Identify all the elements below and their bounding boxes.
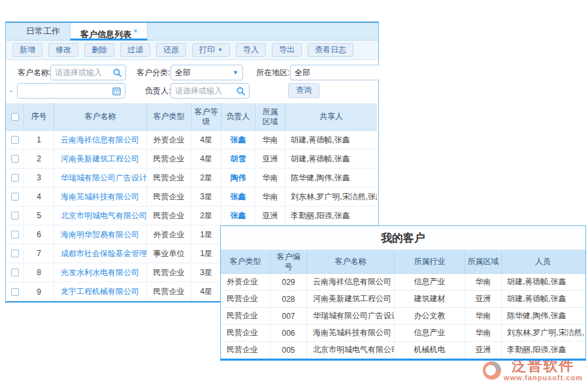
my-customers-panel: 我的客户 客户类型 客户编号 客户名称 所属行业 所属区域 人员 外资企业029…	[220, 225, 586, 361]
panel-industry: 建筑建材	[395, 291, 465, 307]
panel-customer-code-link[interactable]: 029	[270, 274, 307, 290]
row-checkbox[interactable]	[11, 174, 19, 182]
customer-name-link[interactable]: 海南明华贸易有限公司	[54, 225, 147, 244]
region: 华南	[255, 169, 286, 187]
customer-name-link[interactable]: 河南美新建筑工程公司	[54, 150, 147, 168]
edit-button[interactable]: 修改	[48, 43, 78, 57]
row-seq: 1	[24, 131, 54, 149]
toolbar: 新增修改删除过滤还原打印▼导入导出查看日志	[6, 41, 378, 60]
row-checkbox[interactable]	[11, 269, 19, 276]
manager-input[interactable]: 请选择或输入	[171, 83, 250, 99]
panel-header-staff: 人员	[502, 250, 584, 273]
row-seq: 2	[24, 150, 54, 168]
panel-customer-name-link[interactable]: 北京市明城电气有限公司	[307, 342, 395, 358]
customer-grade: 2星	[191, 169, 221, 187]
tab-close-icon[interactable]: ×	[133, 27, 137, 35]
date-input[interactable]	[17, 83, 125, 99]
region-value: 全部	[295, 67, 375, 78]
view-log-button[interactable]: 查看日志	[308, 43, 353, 57]
panel-customer-name-link[interactable]: 华瑞城有限公司广告设计部	[307, 308, 395, 324]
row-checkbox-cell	[6, 282, 24, 301]
search-button[interactable]: 查询	[288, 83, 319, 98]
manager-link[interactable]: 张鑫	[221, 188, 255, 206]
panel-region: 华南	[465, 274, 502, 290]
customer-name-link[interactable]: 光发水利水电有限公司	[54, 263, 147, 282]
table-row: 5北京市明城电气有限公司民营企业2星张鑫亚洲李勤丽,阳强,张鑫	[6, 206, 377, 225]
row-checkbox[interactable]	[11, 155, 19, 163]
row-checkbox-cell	[6, 131, 24, 149]
print-button[interactable]: 打印▼	[192, 43, 230, 57]
row-seq: 8	[24, 263, 54, 282]
export-button[interactable]: 导出	[272, 43, 302, 57]
panel-customer-code-link[interactable]: 006	[270, 325, 307, 341]
region-input[interactable]: 全部	[290, 65, 379, 80]
customer-name-link[interactable]: 北京市明城电气有限公司	[54, 206, 147, 225]
search-icon[interactable]	[237, 87, 245, 95]
category-select[interactable]: 全部 ▼	[171, 65, 243, 80]
customer-name-link[interactable]: 成都市社会保险基金管理...	[54, 244, 147, 263]
row-checkbox[interactable]	[11, 193, 19, 201]
panel-header-name: 客户名称	[307, 250, 395, 273]
panel-header-region: 所属区域	[465, 250, 502, 273]
panel-staff: 李勤丽,阳强,张鑫	[502, 342, 584, 358]
row-checkbox[interactable]	[11, 212, 19, 220]
panel-region: 华南	[465, 325, 502, 341]
customer-type: 民营企业	[147, 263, 191, 282]
row-checkbox[interactable]	[11, 136, 19, 144]
panel-header-type: 客户类型	[221, 250, 270, 273]
region: 华南	[255, 188, 286, 206]
panel-customer-code-link[interactable]: 028	[270, 291, 307, 307]
add-button[interactable]: 新增	[12, 43, 42, 57]
delete-button[interactable]: 删除	[84, 43, 114, 57]
search-icon[interactable]	[113, 69, 122, 77]
manager-link[interactable]: 张鑫	[221, 131, 255, 149]
panel-staff: 胡建,蒋德帧,张鑫	[502, 274, 584, 290]
shared-persons: 李勤丽,阳强,张鑫	[286, 206, 377, 225]
panel-customer-name-link[interactable]: 海南芜城科技有限公司	[307, 325, 395, 341]
row-checkbox[interactable]	[11, 250, 19, 257]
row-seq: 5	[24, 206, 54, 225]
row-checkbox[interactable]	[11, 231, 19, 238]
tab-label: 客户信息列表	[80, 29, 131, 39]
customer-grade: 1星	[191, 244, 221, 263]
customer-name-link[interactable]: 云南海祥信息有限公司	[54, 131, 147, 149]
customer-name-link[interactable]: 龙宇工程机械有限公司	[54, 282, 147, 301]
shared-persons: 刘东林,罗广明,宋洁然,张鑫	[286, 188, 377, 206]
row-checkbox-cell	[6, 225, 24, 244]
panel-customer-code-link[interactable]: 007	[270, 308, 307, 324]
tab-customer-info-list[interactable]: 客户信息列表×	[70, 23, 148, 41]
manager-link[interactable]: 张鑫	[221, 206, 255, 225]
table-row: 3华瑞城有限公司广告设计部民营企业2星陶伟华南陈华健,陶伟,张鑫	[6, 169, 377, 188]
header-manager: 负责人	[221, 103, 255, 130]
header-customer-name: 客户名称	[54, 103, 147, 130]
select-all-checkbox[interactable]	[11, 113, 19, 121]
filter-button[interactable]: 过滤	[120, 43, 150, 57]
panel-industry: 机械机电	[395, 342, 465, 358]
panel-customer-name-link[interactable]: 云南海祥信息有限公司	[307, 274, 395, 290]
customer-type: 民营企业	[147, 169, 191, 187]
panel-customer-name-link[interactable]: 河南美新建筑工程公司	[307, 291, 395, 307]
customer-name-input[interactable]: 请选择或输入	[50, 65, 126, 80]
manager-link[interactable]: 陶伟	[221, 169, 255, 187]
calendar-icon[interactable]	[112, 87, 121, 95]
region: 亚洲	[255, 150, 286, 168]
manager-link[interactable]: 胡雪	[221, 150, 255, 168]
row-checkbox[interactable]	[11, 288, 19, 296]
header-customer-type: 客户类型	[147, 103, 191, 130]
panel-staff: 刘东林,罗广明,宋洁然,...	[502, 325, 584, 341]
import-button[interactable]: 导入	[236, 43, 266, 57]
panel-region: 华南	[465, 308, 502, 324]
row-seq: 6	[24, 225, 54, 244]
customer-name-link[interactable]: 海南芜城科技有限公司	[54, 188, 147, 206]
select-all-checkbox-cell	[6, 103, 24, 130]
table-row: 2河南美新建筑工程公司民营企业4星胡雪亚洲胡建,蒋德帧,张鑫	[6, 150, 377, 169]
row-seq: 4	[24, 188, 54, 206]
customer-name-link[interactable]: 华瑞城有限公司广告设计部	[54, 169, 147, 187]
restore-button[interactable]: 还原	[156, 43, 186, 57]
panel-customer-code-link[interactable]: 005	[270, 342, 307, 358]
row-checkbox-cell	[6, 150, 24, 168]
tab-daily-work[interactable]: 日常工作	[16, 23, 70, 41]
tab-bar: 日常工作 客户信息列表×	[6, 23, 378, 41]
chevron-down-icon[interactable]: ▼	[233, 69, 238, 76]
customer-type: 外资企业	[147, 225, 191, 244]
